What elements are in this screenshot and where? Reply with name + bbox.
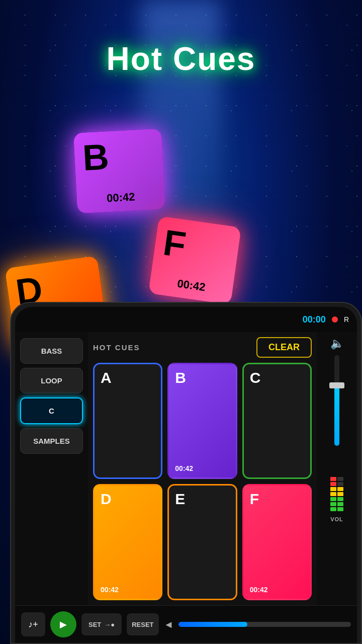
volume-slider-fill (334, 382, 339, 446)
cue-time-b: 00:42 (175, 464, 193, 472)
left-sidebar: BASS LOOP C SAMPLES (15, 332, 88, 605)
add-music-button[interactable]: ♪+ (21, 612, 45, 636)
cue-button-b[interactable]: B 00:42 (167, 363, 237, 479)
sidebar-btn-loop[interactable]: LOOP (20, 368, 83, 393)
volume-slider-track[interactable] (334, 355, 339, 446)
seg-dark-1 (337, 477, 343, 481)
progress-fill (178, 622, 247, 627)
phone-screen: 00:00 R BASS LOOP C SAMPLES HOT CUES CLE… (15, 307, 357, 643)
play-button[interactable]: ▶ (50, 611, 76, 637)
volume-icon[interactable]: 🔈 (330, 337, 344, 350)
seg-yellow-4 (337, 492, 343, 496)
cue-grid: A B 00:42 C D 0 (93, 363, 312, 600)
vol-label: VOL (330, 516, 343, 522)
clear-button[interactable]: CLEAR (256, 337, 312, 358)
cue-letter-d: D (101, 491, 112, 508)
transport-bar: ♪+ ▶ SET →● RESET ◄ (15, 605, 357, 643)
set-label: SET (88, 621, 101, 628)
cue-letter-a: A (101, 369, 112, 386)
prev-button[interactable]: ◄ (164, 619, 174, 630)
cue-button-d[interactable]: D 00:42 (93, 484, 162, 600)
level-col-2 (337, 477, 343, 511)
seg-dark-2 (337, 482, 343, 486)
seg-green-3 (330, 507, 336, 511)
hotcues-label: HOT CUES (93, 343, 140, 352)
cue-button-e[interactable]: E (167, 484, 237, 600)
seg-green-1 (330, 497, 336, 501)
seg-green-5 (337, 502, 343, 506)
level-meter (330, 451, 343, 511)
phone-content: BASS LOOP C SAMPLES HOT CUES CLEAR A (15, 332, 357, 605)
seg-yellow-1 (330, 487, 336, 491)
cue-button-a[interactable]: A (93, 363, 162, 479)
seg-green-4 (337, 497, 343, 501)
reset-button[interactable]: RESET (127, 613, 158, 635)
set-button[interactable]: SET →● (81, 613, 122, 635)
hotcues-panel: HOT CUES CLEAR A B 00:42 (88, 332, 317, 605)
seg-yellow-2 (330, 492, 336, 496)
set-arrow: →● (104, 621, 115, 628)
progress-bar[interactable] (178, 622, 351, 627)
seg-yellow-3 (337, 487, 343, 491)
sidebar-btn-bass[interactable]: BASS (20, 338, 83, 364)
seg-red-1 (330, 477, 336, 481)
page-title: Hot Cues (0, 40, 362, 77)
sidebar-btn-c[interactable]: C (20, 397, 83, 424)
playback-time: 00:00 (303, 314, 326, 325)
phone-device: 00:00 R BASS LOOP C SAMPLES HOT CUES CLE… (10, 302, 362, 644)
right-panel: 🔈 (317, 332, 357, 605)
light-beam (141, 0, 221, 252)
cue-button-c[interactable]: C (242, 363, 312, 479)
cue-time-f: 00:42 (250, 586, 268, 594)
volume-slider-thumb[interactable] (329, 382, 344, 388)
cue-letter-f: F (250, 491, 259, 508)
hotcues-header: HOT CUES CLEAR (93, 337, 312, 358)
seg-green-2 (330, 502, 336, 506)
cue-button-f[interactable]: F 00:42 (242, 484, 312, 600)
cue-letter-b: B (175, 369, 186, 386)
sidebar-btn-samples[interactable]: SAMPLES (20, 428, 83, 454)
phone-topbar: 00:00 R (15, 307, 357, 332)
level-col-1 (330, 477, 336, 511)
cue-letter-c: C (250, 369, 261, 386)
cue-letter-e: E (175, 491, 185, 508)
cue-time-d: 00:42 (101, 586, 119, 594)
rec-dot (332, 316, 338, 323)
seg-red-2 (330, 482, 336, 486)
seg-green-6 (337, 507, 343, 511)
rec-label: R (344, 315, 349, 324)
